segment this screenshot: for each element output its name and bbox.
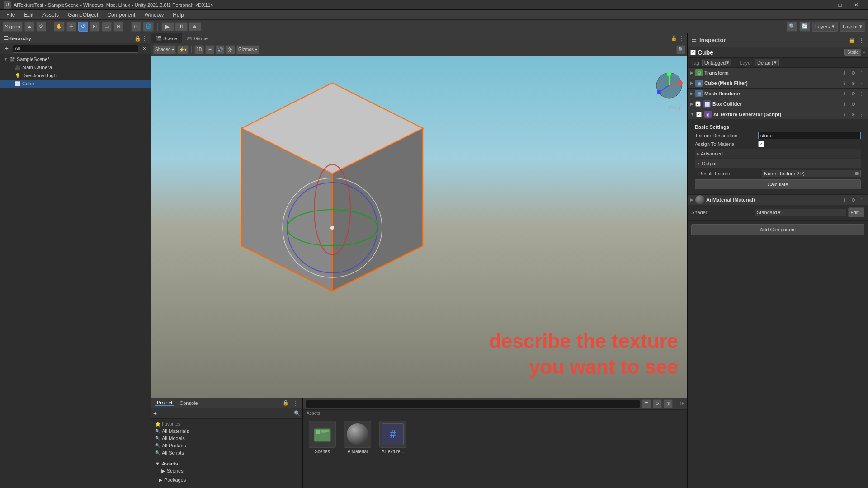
layer-dropdown[interactable]: Default ▾ <box>755 59 779 66</box>
menu-component[interactable]: Component <box>103 11 140 19</box>
settings-button[interactable]: ⚙ <box>36 22 46 32</box>
asset-item-aimaterial[interactable]: AiMaterial <box>342 421 373 454</box>
object-enabled-checkbox[interactable]: ✓ <box>690 50 696 55</box>
aimaterial-header[interactable]: ▶ Ai Material (Material) ℹ ⚙ ⋮ <box>688 195 868 205</box>
bottom-lock-icon[interactable]: 🔒 <box>283 400 289 406</box>
assets-filter-button[interactable]: ☰ <box>642 399 651 408</box>
transform-settings-icon[interactable]: ⚙ <box>849 69 857 76</box>
layout-dropdown[interactable]: Layout ▾ <box>840 22 865 32</box>
cloud-button[interactable]: ☁ <box>24 22 34 32</box>
hierarchy-item-samplescene[interactable]: ▼ 🎬 SampleScene* <box>0 55 151 63</box>
layers-dropdown[interactable]: Layers ▾ <box>812 22 838 32</box>
assets-view-button[interactable]: ⊞ <box>664 399 673 408</box>
project-tab[interactable]: Project <box>155 400 174 406</box>
static-dropdown-arrow[interactable]: ▾ <box>863 50 865 55</box>
hierarchy-item-maincamera[interactable]: 🎥 Main Camera <box>0 63 151 71</box>
add-component-button[interactable]: Add Component <box>691 224 864 235</box>
signin-button[interactable]: Sign in <box>3 22 23 32</box>
meshrenderer-settings-icon[interactable]: ⚙ <box>849 90 857 97</box>
boxcollider-menu-icon[interactable]: ⋮ <box>858 100 865 108</box>
project-search-icon[interactable]: 🔍 <box>294 410 301 417</box>
gizmos-toggle[interactable]: Gizmos ▾ <box>236 45 259 54</box>
search-button[interactable]: 🔍 <box>787 22 797 32</box>
static-badge[interactable]: Static <box>844 49 861 56</box>
meshfilter-info-icon[interactable]: ℹ <box>841 80 848 87</box>
texture-desc-input[interactable] <box>758 132 861 139</box>
meshrenderer-info-icon[interactable]: ℹ <box>841 90 848 97</box>
meshrenderer-header[interactable]: ▶ ▤ Mesh Renderer ℹ ⚙ ⋮ <box>688 89 868 99</box>
rotate-tool[interactable]: ↺ <box>78 22 88 32</box>
transform-tool[interactable]: ⊕ <box>113 22 123 32</box>
global-toggle[interactable]: 🌐 <box>143 22 154 32</box>
inspector-menu-icon[interactable]: ⋮ <box>858 37 864 44</box>
assets-search-input[interactable] <box>306 400 640 408</box>
aitexgen-info-icon[interactable]: ℹ <box>841 111 848 118</box>
scale-tool[interactable]: ⊡ <box>90 22 100 32</box>
assets-tree-item[interactable]: ▼ Assets <box>155 460 299 467</box>
hierarchy-lock-icon[interactable]: 🔒 <box>134 35 141 42</box>
pause-button[interactable]: ⏸ <box>175 22 188 31</box>
result-texture-field[interactable]: None (Texture 2D) <box>762 170 861 177</box>
2d-toggle[interactable]: 2D <box>194 45 204 54</box>
asset-item-scenes[interactable]: Scenes <box>307 421 338 454</box>
transform-menu-icon[interactable]: ⋮ <box>858 69 865 76</box>
shading-mode-dropdown[interactable]: Shaded ▾ <box>153 45 176 54</box>
scene-tab[interactable]: 🎬 Scene <box>151 33 182 43</box>
menu-file[interactable]: File <box>2 11 19 19</box>
add-asset-button[interactable]: + <box>153 410 157 417</box>
calculate-button[interactable]: Calculate <box>695 179 861 189</box>
bottom-menu-icon[interactable]: ⋮ <box>292 399 299 407</box>
asset-item-aitexture[interactable]: # AiTexture... <box>377 421 409 454</box>
menu-assets[interactable]: Assets <box>38 11 63 19</box>
inspector-lock-icon[interactable]: 🔒 <box>849 37 855 43</box>
game-tab[interactable]: 🎮 Game <box>182 33 212 43</box>
boxcollider-header[interactable]: ▶ ✓ ⬜ Box Collider ℹ ⚙ ⋮ <box>688 99 868 109</box>
boxcollider-enabled-checkbox[interactable]: ✓ <box>695 101 701 107</box>
hierarchy-item-directionallight[interactable]: 💡 Directional Light <box>0 71 151 80</box>
menu-edit[interactable]: Edit <box>19 11 38 19</box>
meshrenderer-menu-icon[interactable]: ⋮ <box>858 90 865 97</box>
hierarchy-item-cube[interactable]: ⬜ Cube <box>0 80 151 88</box>
meshfilter-settings-icon[interactable]: ⚙ <box>849 80 857 87</box>
shader-dropdown[interactable]: Standard ▾ <box>755 209 846 216</box>
hierarchy-filter-button[interactable]: ⊙ <box>139 44 149 54</box>
console-tab[interactable]: Console <box>178 400 199 406</box>
lighting-toggle[interactable]: ☀ <box>205 45 214 54</box>
pivot-toggle[interactable]: ⊙ <box>131 22 141 32</box>
transform-header[interactable]: ▶ ⊞ Transform ℹ ⚙ ⋮ <box>688 68 868 78</box>
boxcollider-settings-icon[interactable]: ⚙ <box>849 100 857 108</box>
transform-info-icon[interactable]: ℹ <box>841 69 848 76</box>
advanced-subsection[interactable]: ▶ Advanced <box>695 149 861 158</box>
fav-item-prefabs[interactable]: 🔍 All Prefabs <box>155 442 299 449</box>
lock-icon[interactable]: 🔒 <box>671 35 677 41</box>
hand-tool[interactable]: ✋ <box>54 22 65 32</box>
boxcollider-info-icon[interactable]: ℹ <box>841 100 848 108</box>
fav-item-scripts[interactable]: 🔍 All Scripts <box>155 449 299 456</box>
aitexgen-menu-icon[interactable]: ⋮ <box>858 111 865 118</box>
assets-options-button[interactable]: ⚙ <box>653 399 662 408</box>
minimize-button[interactable]: ─ <box>816 0 832 10</box>
menu-gameobject[interactable]: GameObject <box>63 11 103 19</box>
audio-toggle[interactable]: 🔊 <box>216 45 225 54</box>
step-button[interactable]: ⏭ <box>189 22 201 31</box>
hierarchy-search[interactable] <box>13 45 138 53</box>
tag-dropdown[interactable]: Untagged ▾ <box>702 59 732 66</box>
shader-edit-button[interactable]: Edit... <box>848 207 864 217</box>
scenes-tree-item[interactable]: ▶ Scenes <box>155 467 299 474</box>
fav-item-materials[interactable]: 🔍 All Materials <box>155 427 299 435</box>
hierarchy-menu-icon[interactable]: ⋮ <box>141 35 147 42</box>
aimaterial-info-icon[interactable]: ℹ <box>841 196 848 203</box>
packages-tree-item[interactable]: ▶ Packages <box>155 476 299 483</box>
aitexgen-enabled-checkbox[interactable]: ✓ <box>696 112 702 117</box>
add-hierarchy-button[interactable]: + <box>2 44 12 54</box>
aitexgen-settings-icon[interactable]: ⚙ <box>849 111 857 118</box>
menu-window[interactable]: Window <box>140 11 168 19</box>
aimaterial-menu-icon[interactable]: ⋮ <box>858 196 865 203</box>
assign-material-checkbox[interactable]: ✓ <box>758 141 764 147</box>
close-button[interactable]: ✕ <box>848 0 864 10</box>
move-tool[interactable]: ✛ <box>66 22 76 32</box>
fav-item-models[interactable]: 🔍 All Models <box>155 435 299 442</box>
aimaterial-settings-icon[interactable]: ⚙ <box>849 196 857 203</box>
rect-tool[interactable]: ▭ <box>102 22 112 32</box>
aitexgen-header[interactable]: ▼ ✓ ◉ Ai Texture Generator (Script) ℹ ⚙ … <box>688 109 868 119</box>
